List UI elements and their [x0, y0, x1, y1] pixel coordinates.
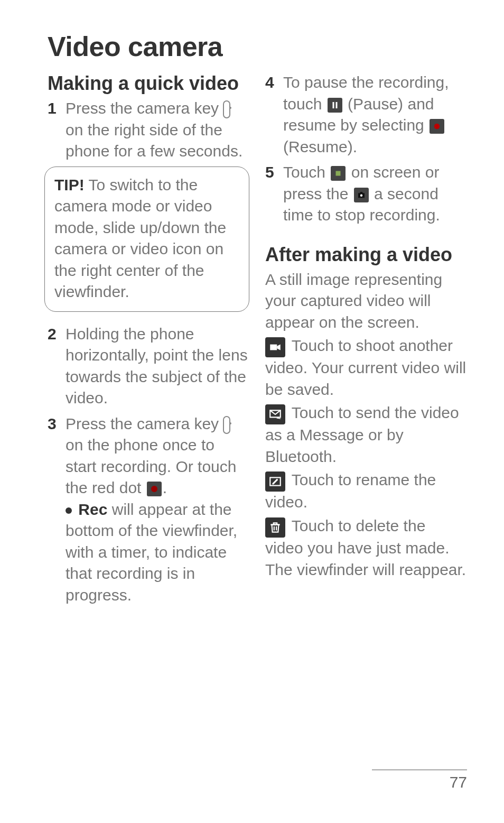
- step-text-a: Press the camera key: [66, 99, 223, 117]
- svg-point-5: [360, 194, 362, 197]
- stop-icon: [331, 166, 346, 181]
- action-text: Touch to send the video as a Message or …: [265, 404, 459, 465]
- tip-box: TIP! To switch to the camera mode or vid…: [44, 167, 249, 312]
- svg-rect-4: [336, 171, 341, 176]
- section-heading-after-video: After making a video: [265, 243, 467, 266]
- manual-page: Video camera Making a quick video 1 Pres…: [0, 0, 504, 823]
- tip-body: TIP! To switch to the camera mode or vid…: [54, 174, 239, 303]
- step-body: Touch on screen or press the a second ti…: [283, 162, 467, 226]
- camcorder-icon: [265, 337, 285, 357]
- camera-key-icon: [223, 100, 230, 118]
- footer-rule: [372, 770, 467, 770]
- step-number: 1: [48, 98, 66, 162]
- step-5: 5 Touch on screen or press the a second …: [265, 162, 467, 226]
- step-body: To pause the recording, touch (Pause) an…: [283, 72, 467, 158]
- left-column: Making a quick video 1 Press the camera …: [48, 72, 249, 610]
- rename-icon: [265, 471, 285, 492]
- step-body: Press the camera key on the right side o…: [66, 98, 249, 162]
- step-body: Press the camera key on the phone once t…: [66, 413, 249, 606]
- action-text: Touch to delete the video you have just …: [265, 517, 466, 578]
- bullet-icon: [66, 507, 72, 514]
- step-number: 2: [48, 323, 66, 409]
- trash-icon: [265, 517, 285, 538]
- tip-text: To switch to the camera mode or video mo…: [54, 176, 226, 301]
- red-dot-icon: [147, 482, 162, 496]
- svg-rect-1: [332, 102, 334, 108]
- camera-key-icon: [223, 416, 230, 434]
- step-number: 4: [265, 72, 283, 158]
- pause-icon: [328, 98, 342, 113]
- step-number: 5: [265, 162, 283, 226]
- step3-text-c: .: [163, 479, 167, 496]
- step-number: 3: [48, 413, 66, 606]
- section-heading-quick-video: Making a quick video: [48, 72, 249, 95]
- step-text-b: on the right side of the phone for a few…: [66, 121, 242, 160]
- right-column: 4 To pause the recording, touch (Pause) …: [265, 72, 467, 610]
- step-2: 2 Holding the phone horizontally, point …: [48, 323, 249, 409]
- tip-label: TIP!: [54, 176, 85, 193]
- action-item-shoot-another: Touch to shoot another video. Your curre…: [265, 335, 467, 400]
- action-text: Touch to shoot another video. Your curre…: [265, 337, 466, 398]
- envelope-send-icon: [265, 404, 285, 424]
- step-4: 4 To pause the recording, touch (Pause) …: [265, 72, 467, 158]
- svg-rect-2: [335, 102, 337, 108]
- intro-paragraph: A still image representing your captured…: [265, 269, 467, 334]
- action-text: Touch to rename the video.: [265, 471, 436, 511]
- action-item-delete: Touch to delete the video you have just …: [265, 515, 467, 580]
- two-columns: Making a quick video 1 Press the camera …: [48, 72, 467, 610]
- step-body: Holding the phone horizontally, point th…: [66, 323, 249, 409]
- step3-text-a: Press the camera key: [66, 415, 223, 432]
- action-item-rename: Touch to rename the video.: [265, 469, 467, 513]
- step-3: 3 Press the camera key on the phone once…: [48, 413, 249, 606]
- svg-point-0: [151, 486, 157, 492]
- page-footer: 77: [372, 770, 467, 791]
- step-1: 1 Press the camera key on the right side…: [48, 98, 249, 162]
- step5-text-a: Touch: [283, 163, 330, 181]
- step4-text-c: (Resume).: [283, 138, 357, 155]
- resume-icon: [430, 119, 444, 134]
- rec-label: Rec: [78, 501, 107, 518]
- page-title: Video camera: [48, 31, 467, 62]
- action-item-send: Touch to send the video as a Message or …: [265, 402, 467, 467]
- camera-icon: [354, 188, 369, 202]
- svg-point-3: [434, 124, 440, 130]
- page-number: 77: [372, 773, 467, 791]
